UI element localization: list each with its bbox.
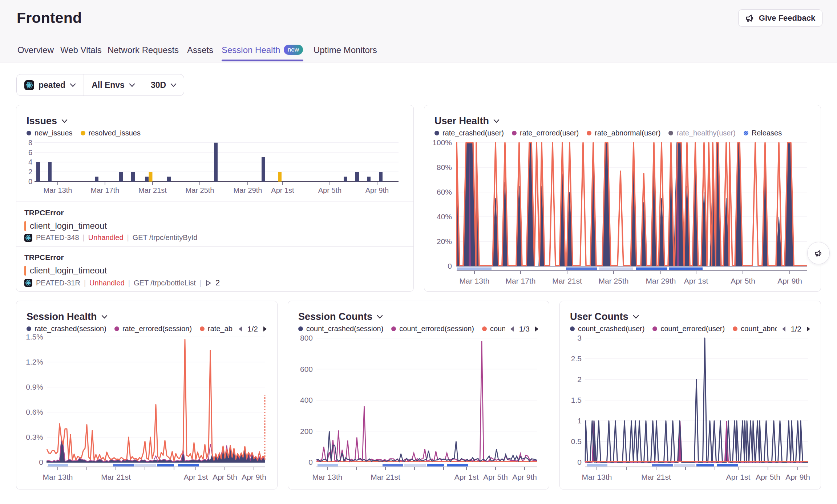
svg-text:Apr 5th: Apr 5th: [483, 473, 508, 481]
svg-text:20%: 20%: [437, 237, 452, 245]
svg-text:60%: 60%: [437, 188, 452, 196]
svg-text:Apr 5th: Apr 5th: [318, 186, 341, 194]
svg-text:1: 1: [577, 416, 582, 425]
svg-text:600: 600: [300, 365, 313, 373]
svg-text:Apr 9th: Apr 9th: [512, 473, 537, 481]
svg-text:400: 400: [300, 396, 313, 404]
svg-text:Apr 9th: Apr 9th: [242, 473, 266, 481]
svg-text:4: 4: [28, 158, 32, 166]
svg-text:8: 8: [28, 139, 32, 147]
svg-text:1.5: 1.5: [571, 396, 582, 404]
svg-text:Mar 13th: Mar 13th: [460, 277, 490, 285]
svg-text:40%: 40%: [437, 212, 452, 221]
svg-text:800: 800: [300, 334, 313, 342]
svg-text:Apr 1st: Apr 1st: [271, 186, 294, 194]
svg-text:Apr 1st: Apr 1st: [684, 277, 708, 285]
svg-text:80%: 80%: [437, 163, 452, 171]
svg-text:Mar 21st: Mar 21st: [101, 473, 131, 481]
svg-text:0: 0: [28, 178, 32, 186]
svg-text:0: 0: [577, 458, 582, 466]
svg-text:Mar 25th: Mar 25th: [186, 186, 214, 194]
svg-text:Mar 17th: Mar 17th: [91, 186, 120, 194]
svg-text:3: 3: [577, 334, 582, 342]
svg-text:Apr 5th: Apr 5th: [756, 473, 780, 481]
svg-text:Mar 25th: Mar 25th: [599, 277, 629, 285]
svg-text:2: 2: [28, 168, 32, 176]
svg-text:0.6%: 0.6%: [26, 408, 43, 416]
svg-text:Apr 9th: Apr 9th: [785, 473, 810, 481]
svg-text:0: 0: [39, 458, 43, 466]
svg-text:Apr 5th: Apr 5th: [731, 277, 755, 285]
svg-text:0.5: 0.5: [571, 437, 582, 446]
svg-text:Mar 13th: Mar 13th: [312, 473, 343, 481]
svg-text:Mar 21st: Mar 21st: [371, 473, 400, 481]
svg-text:2: 2: [577, 375, 582, 383]
svg-text:Apr 1st: Apr 1st: [726, 473, 751, 481]
svg-text:Mar 13th: Mar 13th: [43, 473, 73, 481]
svg-text:Mar 13th: Mar 13th: [582, 473, 612, 481]
svg-text:0.3%: 0.3%: [26, 433, 43, 441]
svg-text:0: 0: [308, 458, 313, 466]
svg-text:Mar 21st: Mar 21st: [552, 277, 582, 285]
svg-text:0: 0: [448, 262, 452, 270]
svg-text:Mar 21st: Mar 21st: [138, 186, 167, 194]
svg-text:100%: 100%: [432, 138, 452, 147]
svg-text:Mar 29th: Mar 29th: [234, 186, 262, 194]
svg-text:Apr 1st: Apr 1st: [184, 473, 208, 481]
svg-text:Apr 9th: Apr 9th: [777, 277, 802, 285]
svg-text:Mar 29th: Mar 29th: [646, 277, 676, 285]
svg-text:Mar 21st: Mar 21st: [641, 473, 671, 481]
svg-text:Mar 17th: Mar 17th: [506, 277, 536, 285]
svg-text:Apr 1st: Apr 1st: [454, 473, 479, 481]
svg-text:0.9%: 0.9%: [26, 383, 43, 391]
svg-text:6: 6: [28, 149, 32, 157]
svg-text:Apr 9th: Apr 9th: [365, 186, 389, 194]
svg-text:Apr 5th: Apr 5th: [213, 473, 237, 481]
svg-text:200: 200: [300, 427, 313, 435]
svg-text:1.5%: 1.5%: [26, 333, 43, 341]
svg-text:Mar 13th: Mar 13th: [44, 186, 72, 194]
svg-text:1.2%: 1.2%: [26, 358, 43, 366]
svg-text:2.5: 2.5: [571, 354, 582, 363]
